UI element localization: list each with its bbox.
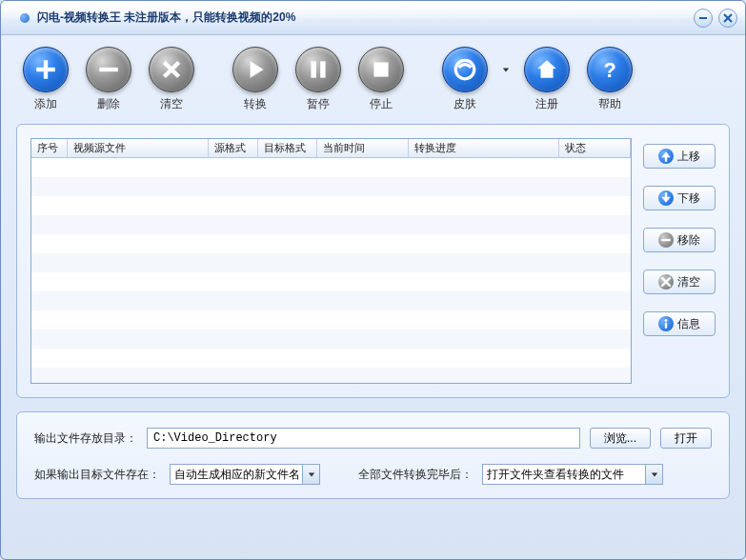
play-icon (232, 47, 278, 92)
output-panel: 输出文件存放目录： 浏览... 打开 如果输出目标文件存在： 自动生成相应的新文… (16, 411, 730, 499)
main-toolbar: 添加 删除 清空 转换 暂停 停止 (1, 35, 745, 118)
info-button[interactable]: 信息 (643, 311, 716, 336)
pause-icon (295, 47, 341, 92)
file-table[interactable]: 序号 视频源文件 源格式 目标格式 当前时间 转换进度 状态 (30, 138, 632, 384)
add-button[interactable]: 添加 (18, 47, 73, 112)
title-bar: 闪电-视频转换王 未注册版本，只能转换视频的20% (1, 1, 745, 35)
home-icon (524, 47, 570, 92)
app-icon (20, 13, 30, 23)
after-select[interactable]: 打开文件夹查看转换的文件 (482, 464, 663, 485)
minus-icon (86, 47, 131, 92)
col-status[interactable]: 状态 (559, 139, 631, 157)
col-dstfmt[interactable]: 目标格式 (258, 139, 317, 157)
app-window: 闪电-视频转换王 未注册版本，只能转换视频的20% 添加 删除 清空 (0, 0, 746, 560)
info-icon (658, 316, 674, 331)
svg-point-10 (665, 319, 668, 322)
svg-rect-11 (665, 323, 667, 329)
open-button[interactable]: 打开 (660, 428, 712, 449)
col-source[interactable]: 视频源文件 (68, 139, 209, 157)
plus-icon (23, 47, 69, 92)
col-srcfmt[interactable]: 源格式 (209, 139, 258, 157)
table-body[interactable] (31, 158, 631, 383)
arrow-down-icon (658, 190, 674, 206)
remove-button[interactable]: 删除 (81, 47, 136, 112)
clear-button[interactable]: 清空 (144, 47, 199, 112)
move-up-button[interactable]: 上移 (643, 144, 716, 169)
after-label: 全部文件转换完毕后： (358, 467, 473, 483)
clear-list-button[interactable]: 清空 (643, 270, 716, 294)
exists-label: 如果输出目标文件存在： (34, 467, 160, 483)
browse-button[interactable]: 浏览... (590, 428, 651, 449)
svg-rect-6 (373, 62, 388, 76)
svg-text:?: ? (603, 58, 615, 82)
col-index[interactable]: 序号 (31, 139, 68, 157)
svg-rect-2 (36, 68, 55, 71)
stop-icon (358, 47, 404, 92)
remove-item-button[interactable]: 移除 (643, 228, 716, 252)
col-progress[interactable]: 转换进度 (409, 139, 559, 157)
col-time[interactable]: 当前时间 (317, 139, 409, 157)
output-dir-label: 输出文件存放目录： (34, 430, 137, 447)
content-panel: 序号 视频源文件 源格式 目标格式 当前时间 转换进度 状态 上移 下移 移除 … (16, 124, 730, 398)
svg-rect-4 (311, 61, 315, 77)
chevron-down-icon (302, 465, 319, 484)
output-dir-input[interactable] (147, 428, 580, 449)
side-buttons: 上移 下移 移除 清空 信息 (643, 138, 716, 384)
minimize-button[interactable] (694, 9, 713, 28)
pause-button[interactable]: 暂停 (291, 47, 346, 112)
move-down-button[interactable]: 下移 (643, 186, 716, 210)
minus-icon (658, 232, 674, 248)
register-button[interactable]: 注册 (519, 47, 575, 112)
stop-button[interactable]: 停止 (353, 47, 409, 112)
svg-rect-5 (320, 61, 325, 77)
svg-rect-9 (661, 239, 670, 241)
skin-icon (442, 47, 488, 92)
svg-rect-3 (99, 68, 118, 71)
convert-button[interactable]: 转换 (228, 47, 283, 112)
x-icon (658, 274, 674, 290)
close-button[interactable] (718, 9, 737, 28)
chevron-down-icon (645, 465, 662, 484)
svg-rect-0 (699, 17, 707, 19)
question-icon: ? (587, 47, 633, 92)
skin-dropdown[interactable] (500, 47, 512, 92)
skin-button[interactable]: 皮肤 (437, 47, 493, 112)
window-title: 闪电-视频转换王 未注册版本，只能转换视频的20% (37, 10, 295, 26)
table-header: 序号 视频源文件 源格式 目标格式 当前时间 转换进度 状态 (31, 139, 631, 158)
exists-select[interactable]: 自动生成相应的新文件名 (170, 464, 320, 485)
x-icon (149, 47, 194, 92)
arrow-up-icon (658, 149, 674, 164)
help-button[interactable]: ? 帮助 (582, 47, 637, 112)
